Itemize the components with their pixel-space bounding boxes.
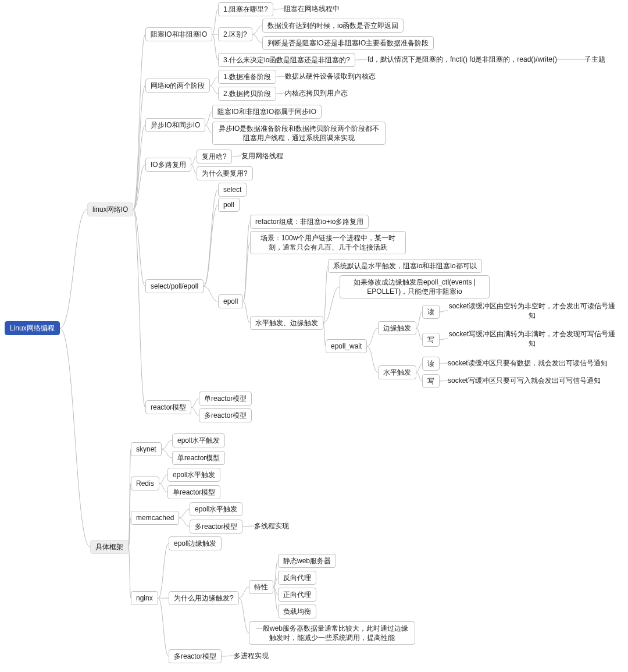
memc-a[interactable]: epoll水平触发 [190,502,242,516]
io-two[interactable]: 网络io的两个阶段 [145,79,210,93]
nginx-f1[interactable]: 静态web服务器 [278,554,336,568]
l1-io[interactable]: linux网络IO [87,202,133,216]
io-sync-b[interactable]: 异步IO是数据准备阶段和数据拷贝阶段两个阶段都不阻塞用户线程，通过系统回调来实现 [212,122,386,145]
memc-b[interactable]: 多reactor模型 [190,520,242,534]
skynet-a[interactable]: epoll水平触发 [172,433,225,447]
fw-memc[interactable]: memcached [131,511,179,525]
spe-ew[interactable]: epoll_wait [326,339,367,353]
spe-d1[interactable]: 系统默认是水平触发，阻塞io和非阻塞io都可以 [328,259,482,273]
io-two-p1[interactable]: 1.数据准备阶段 [218,70,276,84]
io-two-p2d: 内核态拷贝到用户态 [285,88,348,98]
nginx-mp: 多进程实现 [234,651,269,660]
reactor-b[interactable]: 多reactor模型 [199,408,252,422]
spe-lw: socket写缓冲区只要可写入就会发出可写信号通知 [448,376,601,385]
io-block-a1: 阻塞在网络线程中 [284,4,340,13]
io-reactor[interactable]: reactor模型 [145,400,191,414]
io-sync-a[interactable]: 阻塞IO和非阻塞IO都属于同步IO [212,105,322,119]
io-block[interactable]: 阻塞IO和非阻塞IO [145,27,212,41]
nginx-note[interactable]: 一般web服务器数据量通常比较大，此时通过边缘触发时，能减少一些系统调用，提高性… [249,621,415,645]
spe-ewr: socket写缓冲区由满转为非满时，才会发现可写信号通知 [448,329,616,348]
io-two-p2[interactable]: 2.数据拷贝阶段 [218,87,276,101]
nginx-why[interactable]: 为什么用边缘触发? [169,591,239,605]
io-block-a2a[interactable]: 数据没有达到的时候，io函数是否立即返回 [262,19,404,33]
spe-poll[interactable]: poll [218,198,240,212]
spe-epoll[interactable]: epoll [218,294,243,308]
io-block-q3[interactable]: 3.什么来决定io函数是阻塞还是非阻塞的? [218,53,355,67]
skynet-b[interactable]: 单reactor模型 [172,451,225,465]
io-spe[interactable]: select/poll/epoll [145,279,204,293]
io-mux-a1: 复用网络线程 [241,151,283,161]
io-block-q2[interactable]: 2.区别? [218,27,252,41]
redis-a[interactable]: epoll水平触发 [167,468,220,482]
io-two-p1d: 数据从硬件设备读取到内核态 [285,72,376,81]
nginx-a[interactable]: epoll边缘触发 [169,536,222,550]
spe-lev-wr[interactable]: 写 [422,374,440,388]
spe-lev[interactable]: 水平触发 [378,365,416,379]
spe-r1[interactable]: refactor组成：非阻塞io+io多路复用 [250,215,369,229]
io-block-q1[interactable]: 1.阻塞在哪里? [218,2,273,16]
redis-b[interactable]: 单reactor模型 [167,485,220,499]
io-sync[interactable]: 异步IO和同步IO [145,118,205,132]
spe-edge-wr[interactable]: 写 [422,333,440,347]
reactor-a[interactable]: 单reactor模型 [199,392,252,406]
l1-fw[interactable]: 具体框架 [90,540,129,554]
io-mux[interactable]: IO多路复用 [145,158,191,172]
fw-nginx[interactable]: nginx [131,591,158,605]
spe-trig[interactable]: 水平触发、边缘触发 [250,316,323,330]
spe-select[interactable]: select [218,183,247,197]
io-block-a3: fd，默认情况下是阻塞的，fnctl() fd是非阻塞的，read()/writ… [367,55,557,64]
memc-c: 多线程实现 [254,521,289,531]
spe-edge-rd[interactable]: 读 [422,305,440,319]
fw-skynet[interactable]: skynet [131,442,162,456]
root[interactable]: Linux网络编程 [5,321,60,335]
nginx-f3[interactable]: 正向代理 [278,588,316,602]
nginx-f4[interactable]: 负载均衡 [278,605,316,618]
io-mux-q1[interactable]: 复用啥? [197,150,232,163]
io-block-a3s: 子主题 [584,55,605,64]
spe-er: socket读缓冲区由空转为非空时，才会发出可读信号通知 [448,301,616,320]
fw-redis[interactable]: Redis [131,477,159,490]
nginx-feat[interactable]: 特性 [249,580,273,594]
spe-r2[interactable]: 场景：100w个用户链接一个进程中，某一时刻，通常只会有几百、几千个连接活跃 [250,231,406,254]
nginx-f2[interactable]: 反向代理 [278,571,316,585]
spe-edge[interactable]: 边缘触发 [378,321,416,335]
io-block-a2b[interactable]: 判断是否是阻塞IO还是非阻塞IO主要看数据准备阶段 [262,36,434,50]
spe-lev-rd[interactable]: 读 [422,357,440,371]
spe-d2[interactable]: 如果修改成边缘触发后epoll_ctl(events | EPOLLET)，只能… [340,275,490,298]
spe-lr: socket读缓冲区只要有数据，就会发出可读信号通知 [448,358,608,368]
nginx-mr[interactable]: 多reactor模型 [169,649,222,663]
io-mux-q2[interactable]: 为什么要复用? [197,166,253,180]
